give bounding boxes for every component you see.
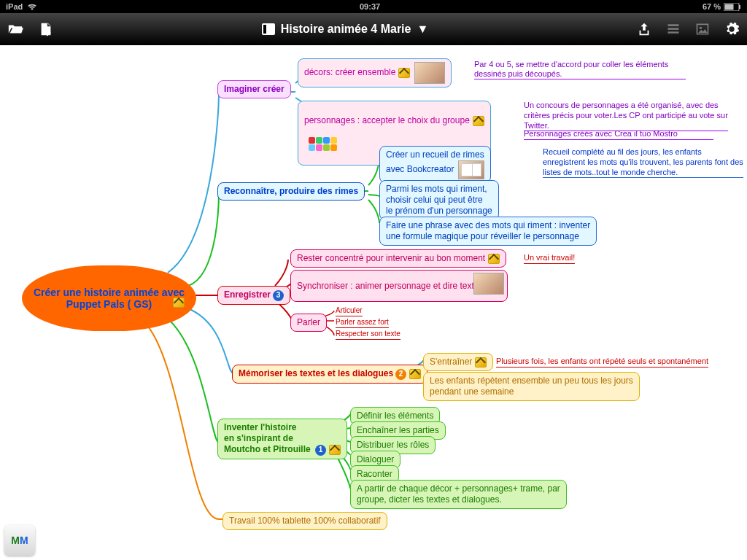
battery-percent: 67 % bbox=[703, 2, 721, 11]
clock: 09:37 bbox=[37, 2, 703, 11]
svg-rect-6 bbox=[668, 28, 679, 30]
settings-icon[interactable] bbox=[724, 21, 740, 37]
thumbnail-icon bbox=[414, 62, 445, 84]
note-assez-fort: Parler assez fort bbox=[336, 318, 389, 328]
node-decors[interactable]: décors: créer ensemble bbox=[298, 58, 452, 88]
device-label: iPad bbox=[6, 2, 23, 11]
note-perso-1: Un concours de personnages a été organis… bbox=[524, 101, 728, 131]
branch-enregistrer[interactable]: Enregistrer3 bbox=[217, 286, 290, 305]
folder-open-icon[interactable] bbox=[7, 21, 23, 37]
note-icon[interactable] bbox=[475, 357, 487, 368]
node-repetent[interactable]: Les enfants répètent ensemble un peu tou… bbox=[423, 372, 640, 401]
priority-badge-3: 3 bbox=[273, 290, 284, 301]
document-title: Histoire animée 4 Marie bbox=[281, 23, 411, 36]
priority-badge-2: 2 bbox=[395, 369, 406, 380]
note-icon[interactable] bbox=[398, 68, 410, 78]
note-icon[interactable] bbox=[409, 369, 421, 379]
node-concentre[interactable]: Rester concentré pour intervenir au bon … bbox=[290, 249, 506, 268]
note-decors: Par 4 ou 5, se mettre d'accord pour coll… bbox=[474, 60, 686, 79]
battery-icon bbox=[724, 3, 741, 11]
sidebar-icon bbox=[262, 23, 275, 35]
branch-rimes[interactable]: Reconnaître, produire des rimes bbox=[217, 182, 365, 201]
add-document-icon[interactable] bbox=[38, 21, 54, 37]
thumbnail-icon bbox=[473, 273, 504, 295]
note-bookcreator: Recueil complété au fil des jours, les e… bbox=[543, 147, 743, 178]
mindmap-canvas[interactable]: Créer une histoire animée avec Puppet Pa… bbox=[0, 45, 747, 560]
root-label: Créer une histoire animée avec Puppet Pa… bbox=[23, 287, 195, 310]
chevron-down-icon: ▼ bbox=[417, 23, 428, 36]
share-icon[interactable] bbox=[636, 21, 652, 37]
note-icon[interactable] bbox=[473, 116, 484, 126]
node-parler[interactable]: Parler bbox=[290, 314, 327, 332]
note-plusieurs-fois: Plusieurs fois, les enfants ont répété s… bbox=[496, 357, 708, 368]
branch-inventer[interactable]: Inventer l'histoire en s'inspirant de Mo… bbox=[217, 419, 347, 459]
note-icon[interactable] bbox=[488, 254, 500, 264]
node-synchroniser[interactable]: Synchroniser : animer personnage et dire… bbox=[290, 270, 508, 302]
node-dicter[interactable]: A partir de chaque décor + personnages+ … bbox=[350, 480, 567, 509]
branch-tablette[interactable]: Travail 100% tablette 100% collaboratif bbox=[222, 512, 387, 530]
svg-rect-2 bbox=[739, 5, 740, 9]
node-formule[interactable]: Faire une phrase avec des mots qui rimen… bbox=[379, 217, 597, 246]
document-title-button[interactable]: Histoire animée 4 Marie ▼ bbox=[54, 23, 636, 36]
node-sentrainer[interactable]: S'entraîner bbox=[423, 353, 493, 371]
svg-point-9 bbox=[700, 27, 702, 29]
thumbnail-grid-icon bbox=[309, 126, 337, 162]
image-icon[interactable] bbox=[694, 21, 711, 37]
svg-rect-5 bbox=[668, 24, 679, 26]
branch-memoriser[interactable]: Mémoriser les textes et les dialogues2 bbox=[232, 365, 427, 384]
wifi-icon bbox=[27, 2, 37, 11]
note-articuler: Articuler bbox=[336, 306, 363, 316]
root-node[interactable]: Créer une histoire animée avec Puppet Pa… bbox=[22, 265, 196, 331]
note-perso-2: Personnages créés avec Crea il tuo Mostr… bbox=[524, 129, 713, 140]
svg-rect-1 bbox=[725, 4, 734, 9]
thumbnail-icon bbox=[458, 160, 484, 179]
priority-badge-1: 1 bbox=[315, 445, 326, 456]
app-logo-icon[interactable]: MM bbox=[4, 525, 35, 556]
node-prenom[interactable]: Parmi les mots qui riment, choisir celui… bbox=[379, 180, 499, 220]
node-bookcreator[interactable]: Créer un recueil de rimes avec Bookcreat… bbox=[379, 146, 491, 183]
outline-view-icon[interactable] bbox=[665, 21, 681, 37]
note-icon[interactable] bbox=[329, 445, 341, 455]
note-icon[interactable] bbox=[173, 298, 185, 308]
svg-rect-7 bbox=[668, 31, 679, 34]
branch-imaginer[interactable]: Imaginer créer bbox=[217, 80, 291, 98]
svg-rect-4 bbox=[263, 25, 266, 34]
note-respecter: Respecter son texte bbox=[336, 330, 400, 340]
app-toolbar: Histoire animée 4 Marie ▼ bbox=[0, 13, 747, 45]
note-travail: Un vrai travail! bbox=[524, 253, 575, 264]
ios-status-bar: iPad 09:37 67 % bbox=[0, 0, 747, 13]
